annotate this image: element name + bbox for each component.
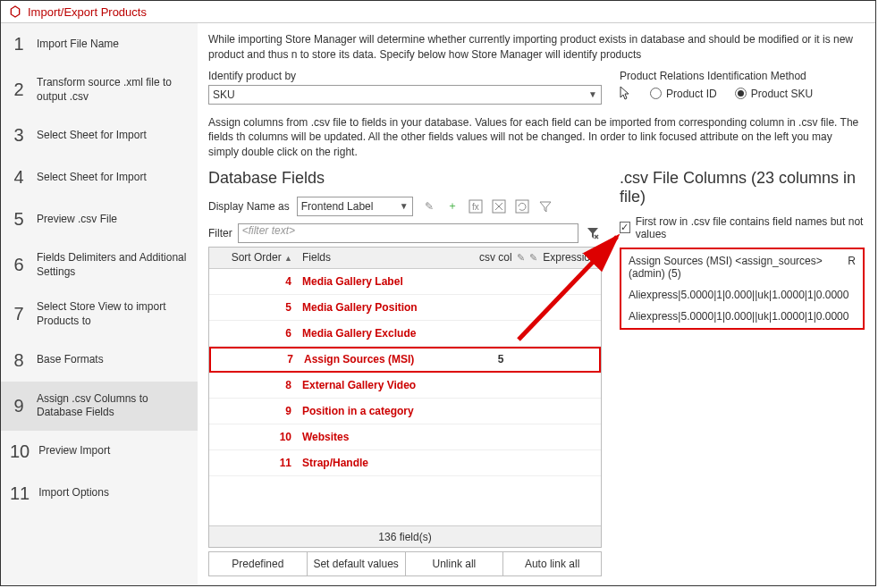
step-num: 4 (10, 167, 28, 188)
step-label: Import File Name (37, 38, 119, 52)
unlink-all-button[interactable]: Unlink all (406, 552, 504, 575)
cell-sort: 5 (209, 301, 299, 314)
grid-row[interactable]: 6Media Gallery Exclude (209, 321, 601, 347)
step-label: Preview .csv File (37, 213, 117, 227)
auto-link-all-button[interactable]: Auto link all (503, 552, 601, 575)
cell-sort: 4 (209, 275, 299, 288)
step-label: Fields Delimiters and Additional Setting… (37, 251, 189, 279)
step-label: Select Store View to import Products to (37, 300, 189, 328)
cell-sort: 8 (209, 379, 299, 391)
pencil-icon: ✎ (529, 252, 540, 264)
set-default-values-button[interactable]: Set default values (308, 552, 406, 575)
radio-product-id[interactable]: Product ID (650, 88, 717, 100)
grid-row[interactable]: 5Media Gallery Position (209, 295, 601, 321)
csv-box-r: R (848, 255, 856, 280)
step-2[interactable]: 2Transform source .xml file to output .c… (1, 65, 198, 114)
step-label: Select Sheet for Import (37, 129, 147, 143)
window-title: Import/Export Products (28, 5, 147, 19)
step-label: Import Options (38, 486, 109, 500)
titlebar: Import/Export Products (1, 1, 875, 23)
col-csv[interactable]: csv col ✎ (476, 251, 529, 264)
step-label: Preview Import (38, 444, 110, 458)
plus-icon[interactable]: ＋ (443, 197, 461, 215)
step-7[interactable]: 7Select Store View to import Products to (1, 290, 198, 339)
grid-row[interactable]: 11Strap/Handle (209, 450, 601, 476)
grid-row[interactable]: 10Websites (209, 424, 601, 450)
step-label: Base Formats (37, 353, 104, 367)
csv-line: Aliexpress|5.0000|1|0.000||uk|1.0000|1|0… (629, 289, 856, 301)
step-num: 3 (10, 125, 28, 146)
cell-fields: Websites (299, 431, 476, 443)
svg-rect-3 (516, 200, 528, 213)
grid-row[interactable]: 7Assign Sources (MSI)5 (209, 347, 601, 373)
cursor-icon (620, 86, 632, 102)
db-fields-title: Database Fields (208, 169, 602, 188)
assign-note: Assign columns from .csv file to fields … (208, 115, 865, 160)
grid-row[interactable]: 4Media Gallery Label (209, 269, 601, 295)
app-icon (8, 4, 22, 19)
csv-box-header: Assign Sources (MSI) <assign_sources> (a… (629, 255, 848, 280)
step-6[interactable]: 6Fields Delimiters and Additional Settin… (1, 240, 198, 290)
identify-select[interactable]: SKU ▼ (208, 85, 602, 105)
radio-label: Product ID (666, 88, 717, 100)
radio-product-sku[interactable]: Product SKU (735, 88, 813, 100)
step-num: 2 (10, 80, 28, 100)
radio-icon (735, 88, 747, 99)
sort-asc-icon: ▲ (284, 254, 291, 263)
grid-header: Sort Order ▲ Fields csv col ✎ ✎ Expressi… (209, 248, 601, 269)
step-num: 7 (10, 304, 28, 324)
filter-input[interactable]: <filter text> (238, 223, 578, 243)
col-expression[interactable]: ✎ Expression (529, 251, 601, 264)
step-num: 11 (10, 483, 30, 504)
step-9[interactable]: 9Assign .csv Columns to Database Fields (1, 382, 198, 431)
step-num: 9 (10, 396, 28, 416)
step-5[interactable]: 5Preview .csv File (1, 198, 198, 240)
cell-sort: 7 (211, 353, 300, 365)
cell-sort: 10 (209, 431, 299, 443)
step-num: 10 (10, 441, 30, 462)
clear-icon[interactable] (490, 197, 508, 215)
predefined-button[interactable]: Predefined (209, 552, 308, 575)
filter-toggle-icon[interactable] (536, 197, 554, 215)
first-row-checkbox[interactable]: ✓ (620, 222, 630, 233)
csv-preview-box: Assign Sources (MSI) <assign_sources> (a… (620, 248, 865, 330)
grid-row[interactable]: 9Position in a category (209, 399, 601, 424)
clear-filter-icon[interactable] (584, 224, 602, 242)
step-num: 6 (10, 255, 28, 275)
step-num: 8 (10, 350, 28, 371)
filter-label: Filter (208, 227, 232, 239)
csv-line: Aliexpress|5.0000|1|0.000||uk|1.0000|1|0… (629, 310, 856, 323)
step-1[interactable]: 1Import File Name (1, 23, 198, 65)
col-sort-order[interactable]: Sort Order ▲ (209, 251, 299, 264)
intro-text: While importing Store Manager will deter… (208, 32, 865, 63)
refresh-icon[interactable] (513, 197, 531, 215)
chevron-down-icon: ▼ (588, 89, 597, 99)
col-fields[interactable]: Fields (299, 251, 476, 264)
cell-sort: 11 (209, 457, 299, 469)
step-num: 5 (10, 209, 28, 230)
cell-fields: Position in a category (299, 405, 476, 417)
csv-columns-title: .csv File Columns (23 columns in file) (620, 169, 865, 206)
cell-fields: External Gallery Video (299, 379, 476, 391)
step-3[interactable]: 3Select Sheet for Import (1, 114, 198, 156)
step-11[interactable]: 11Import Options (1, 473, 198, 515)
cell-sort: 9 (209, 405, 299, 417)
step-4[interactable]: 4Select Sheet for Import (1, 156, 198, 198)
chevron-down-icon: ▼ (400, 201, 409, 211)
radio-label: Product SKU (751, 88, 813, 100)
step-label: Transform source .xml file to output .cs… (37, 76, 189, 104)
pencil-icon[interactable]: ✎ (420, 197, 438, 215)
expression-icon[interactable]: fx (467, 197, 485, 215)
wizard-sidebar: 1Import File Name 2Transform source .xml… (1, 23, 198, 585)
relations-label: Product Relations Identification Method (620, 70, 865, 82)
grid-row[interactable]: 8External Gallery Video (209, 373, 601, 399)
step-label: Select Sheet for Import (37, 171, 147, 185)
display-select[interactable]: Frontend Label ▼ (297, 197, 413, 216)
display-name-as-label: Display Name as (208, 200, 290, 213)
cell-fields: Media Gallery Label (299, 275, 476, 288)
cell-fields: Strap/Handle (299, 457, 476, 469)
first-row-label: First row in .csv file contains field na… (636, 215, 865, 240)
step-10[interactable]: 10Preview Import (1, 431, 198, 473)
step-8[interactable]: 8Base Formats (1, 340, 198, 382)
cell-sort: 6 (209, 327, 299, 340)
